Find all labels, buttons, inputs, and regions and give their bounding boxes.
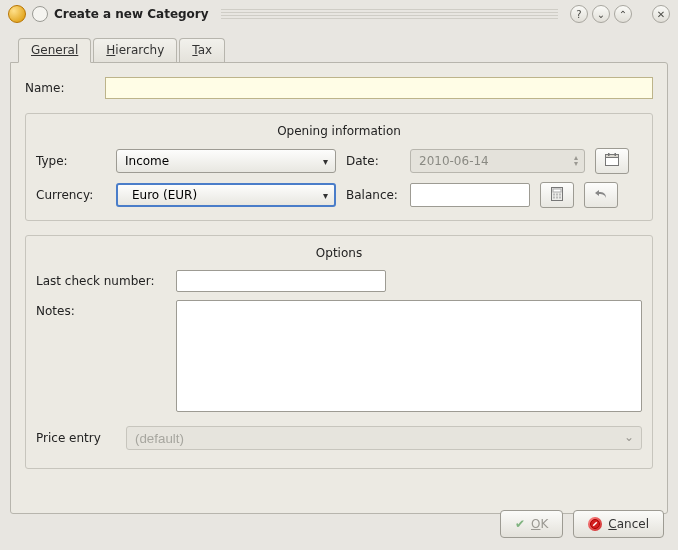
notes-label: Notes: <box>36 300 166 318</box>
currency-select-wrap: Euro (EUR) <box>116 183 336 207</box>
dialog-footer: ✔ OK Cancel <box>500 510 664 538</box>
dialog-window: Create a new Category ? ⌄ ⌃ ✕ General Hi… <box>0 0 678 550</box>
opening-information-group: Opening information Type: Income Date: 2… <box>25 113 653 221</box>
last-check-number-input[interactable] <box>176 270 386 292</box>
date-value: 2010-06-14 <box>419 154 489 168</box>
svg-rect-5 <box>553 189 561 192</box>
maximize-button[interactable]: ⌃ <box>614 5 632 23</box>
titlebar: Create a new Category ? ⌄ ⌃ ✕ <box>0 0 678 28</box>
svg-rect-2 <box>608 153 610 156</box>
type-select[interactable]: Income <box>116 149 336 173</box>
svg-rect-7 <box>556 193 558 195</box>
currency-label: Currency: <box>36 188 106 202</box>
svg-rect-8 <box>559 193 561 195</box>
check-icon: ✔ <box>515 517 525 531</box>
undo-button[interactable] <box>584 182 618 208</box>
calculator-icon <box>551 187 563 204</box>
svg-rect-9 <box>553 196 555 198</box>
calendar-button[interactable] <box>595 148 629 174</box>
last-check-number-label: Last check number: <box>36 270 166 288</box>
options-group-title: Options <box>36 246 642 260</box>
price-entry-select: (default) <box>126 426 642 450</box>
svg-rect-3 <box>615 153 617 156</box>
undo-icon <box>594 188 608 203</box>
name-row: Name: <box>25 77 653 99</box>
name-input[interactable] <box>105 77 653 99</box>
cancel-label: Cancel <box>608 517 649 531</box>
tab-hierarchy-label: Hierarchy <box>106 43 164 57</box>
tab-tax[interactable]: Tax <box>179 38 225 62</box>
window-menu-icon[interactable] <box>32 6 48 22</box>
window-title: Create a new Category <box>54 7 209 21</box>
svg-rect-6 <box>553 193 555 195</box>
balance-input[interactable] <box>410 183 530 207</box>
app-icon <box>8 5 26 23</box>
options-group: Options Last check number: Notes: Price … <box>25 235 653 469</box>
svg-rect-1 <box>606 155 619 158</box>
tab-hierarchy[interactable]: Hierarchy <box>93 38 177 62</box>
help-button[interactable]: ? <box>570 5 588 23</box>
tab-page-general: Name: Opening information Type: Income D… <box>10 62 668 514</box>
svg-rect-10 <box>556 196 558 198</box>
date-stepper-icon: ▴▾ <box>574 155 578 167</box>
tabstrip: General Hierarchy Tax <box>10 36 668 62</box>
client-area: General Hierarchy Tax Name: Opening info… <box>0 28 678 524</box>
ok-label: OK <box>531 517 548 531</box>
type-label: Type: <box>36 154 106 168</box>
minimize-button[interactable]: ⌄ <box>592 5 610 23</box>
date-field: 2010-06-14 ▴▾ <box>410 149 585 173</box>
calendar-icon <box>605 153 619 169</box>
balance-label: Balance: <box>346 188 400 202</box>
close-button[interactable]: ✕ <box>652 5 670 23</box>
titlebar-drag-area[interactable] <box>221 9 558 19</box>
titlebar-controls: ? ⌄ ⌃ <box>570 5 632 23</box>
tab-tax-label: Tax <box>192 43 212 57</box>
tab-general[interactable]: General <box>18 38 91 63</box>
type-select-wrap: Income <box>116 149 336 173</box>
calculator-button[interactable] <box>540 182 574 208</box>
currency-select[interactable]: Euro (EUR) <box>116 183 336 207</box>
svg-rect-11 <box>559 196 561 198</box>
ok-button[interactable]: ✔ OK <box>500 510 563 538</box>
opening-group-title: Opening information <box>36 124 642 138</box>
cancel-icon <box>588 517 602 531</box>
notes-textarea[interactable] <box>176 300 642 412</box>
cancel-button[interactable]: Cancel <box>573 510 664 538</box>
date-label: Date: <box>346 154 400 168</box>
name-label: Name: <box>25 81 95 95</box>
price-entry-label: Price entry <box>36 431 116 445</box>
